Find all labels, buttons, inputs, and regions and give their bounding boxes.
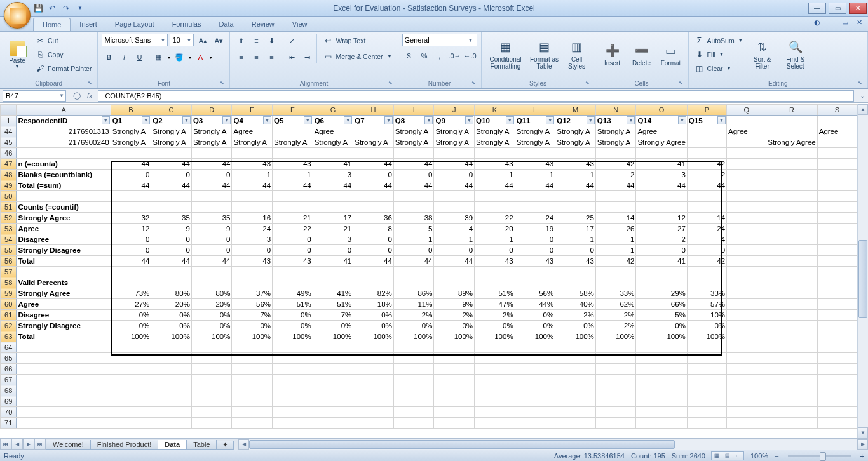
cell[interactable]: 37% <box>232 288 273 299</box>
cell[interactable] <box>434 148 475 159</box>
cell[interactable] <box>687 277 726 288</box>
cell[interactable]: 0 <box>273 245 313 256</box>
cell[interactable] <box>434 418 475 429</box>
column-header[interactable]: B <box>111 105 151 116</box>
cell[interactable]: 0% <box>111 310 151 321</box>
font-size-input[interactable] <box>170 36 184 44</box>
cell[interactable]: 17 <box>555 224 596 234</box>
filter-dropdown-icon[interactable]: ▼ <box>465 116 473 124</box>
cell[interactable] <box>17 396 111 407</box>
cell[interactable] <box>151 385 192 396</box>
cell[interactable] <box>817 277 857 288</box>
cell[interactable] <box>636 385 687 396</box>
cell[interactable]: 100% <box>151 331 192 342</box>
bold-button[interactable]: B <box>102 50 116 64</box>
cell[interactable] <box>687 342 726 353</box>
cell[interactable] <box>515 277 555 288</box>
ribbon-tab-view[interactable]: View <box>283 18 316 31</box>
cell[interactable]: 12 <box>111 224 151 234</box>
cell[interactable] <box>766 180 817 191</box>
zoom-in-button[interactable]: + <box>860 452 864 460</box>
cell[interactable] <box>766 353 817 364</box>
cell[interactable]: Agree <box>232 126 273 137</box>
cell[interactable]: 0 <box>191 170 232 180</box>
cell[interactable]: 42 <box>595 159 636 170</box>
cell[interactable] <box>111 342 151 353</box>
cell[interactable] <box>475 342 515 353</box>
cell[interactable] <box>313 375 353 385</box>
cell[interactable] <box>766 191 817 202</box>
cell[interactable]: 12 <box>636 213 687 224</box>
redo-icon[interactable]: ↷ <box>61 3 71 13</box>
align-center-button[interactable]: ≡ <box>249 50 263 64</box>
cell[interactable]: 24 <box>687 224 726 234</box>
cell[interactable] <box>766 385 817 396</box>
cell[interactable] <box>151 396 192 407</box>
cell[interactable] <box>727 321 766 331</box>
cell[interactable] <box>17 407 111 418</box>
cell[interactable] <box>475 418 515 429</box>
minimize-button[interactable]: — <box>808 3 826 14</box>
ribbon-tab-review[interactable]: Review <box>243 18 283 31</box>
cell[interactable]: 20% <box>151 299 192 310</box>
cell[interactable]: 0 <box>151 234 192 245</box>
filter-dropdown-icon[interactable]: ▼ <box>304 116 312 124</box>
cell[interactable] <box>817 180 857 191</box>
cell[interactable] <box>687 407 726 418</box>
cell[interactable] <box>151 148 192 159</box>
cell[interactable] <box>191 191 232 202</box>
cell[interactable]: 0% <box>313 321 353 331</box>
cell[interactable] <box>687 385 726 396</box>
cell[interactable] <box>191 148 232 159</box>
number-format-combo[interactable]: ▼ <box>402 34 477 46</box>
cell[interactable] <box>555 342 596 353</box>
cell[interactable]: 2% <box>475 310 515 321</box>
filter-dropdown-icon[interactable]: ▼ <box>102 116 110 124</box>
cell[interactable] <box>817 288 857 299</box>
fill-color-button[interactable]: 🪣 <box>172 50 186 64</box>
column-header[interactable]: N <box>595 105 636 116</box>
cell[interactable]: 62% <box>595 299 636 310</box>
cell[interactable]: 100% <box>595 331 636 342</box>
column-header[interactable]: R <box>766 105 817 116</box>
cell[interactable]: 9 <box>191 224 232 234</box>
row-header[interactable]: 56 <box>1 256 17 267</box>
cell[interactable]: 100% <box>191 331 232 342</box>
cell[interactable]: Agree <box>17 224 111 234</box>
filter-dropdown-icon[interactable]: ▼ <box>587 116 595 124</box>
cell[interactable] <box>636 342 687 353</box>
cell[interactable] <box>687 396 726 407</box>
cell[interactable]: 44 <box>353 256 394 267</box>
cell[interactable] <box>151 202 192 213</box>
cell[interactable] <box>555 385 596 396</box>
cell[interactable] <box>595 342 636 353</box>
cell[interactable]: 42 <box>687 159 726 170</box>
column-header[interactable]: J <box>434 105 475 116</box>
view-buttons[interactable]: ▦▤▭ <box>712 451 744 460</box>
column-header[interactable]: H <box>353 105 394 116</box>
cell[interactable] <box>273 191 313 202</box>
row-header[interactable]: 64 <box>1 342 17 353</box>
filter-dropdown-icon[interactable]: ▼ <box>678 116 686 124</box>
cell[interactable] <box>393 385 434 396</box>
cell[interactable]: 0% <box>353 321 394 331</box>
cell[interactable] <box>817 375 857 385</box>
cell[interactable] <box>766 418 817 429</box>
cell[interactable] <box>687 364 726 375</box>
cell[interactable]: 5% <box>636 310 687 321</box>
cell[interactable] <box>17 418 111 429</box>
filter-dropdown-icon[interactable]: ▼ <box>263 116 271 124</box>
cell[interactable]: 47% <box>475 299 515 310</box>
filter-cell[interactable]: Q13▼ <box>595 116 636 126</box>
cut-button[interactable]: ✂Cut <box>33 34 93 47</box>
cell[interactable] <box>313 267 353 277</box>
cell[interactable]: 0% <box>353 310 394 321</box>
cell[interactable]: 2 <box>687 170 726 180</box>
cell[interactable] <box>766 234 817 245</box>
cell[interactable] <box>313 353 353 364</box>
cell[interactable] <box>687 375 726 385</box>
cell[interactable] <box>766 213 817 224</box>
cell[interactable] <box>727 288 766 299</box>
cell[interactable] <box>393 375 434 385</box>
cell[interactable]: 0 <box>393 170 434 180</box>
